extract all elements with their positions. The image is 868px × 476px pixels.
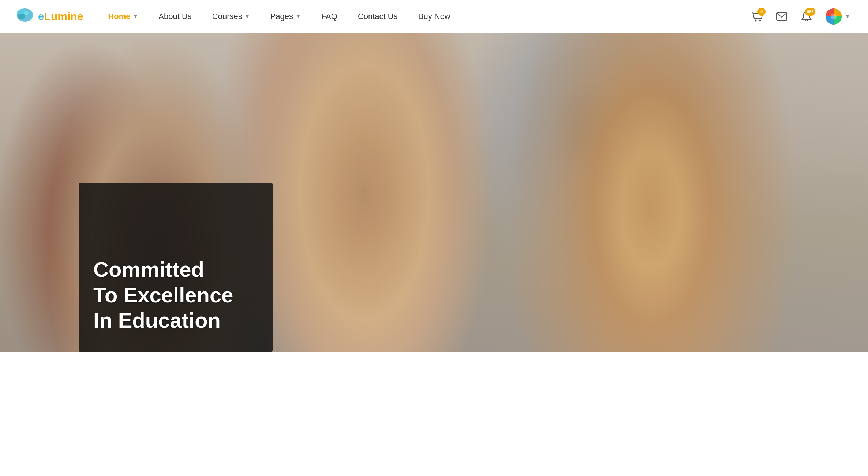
logo[interactable]: eLumine [15, 6, 83, 27]
main-nav: Home ▼ About Us Courses ▼ Pages ▼ FAQ Co… [98, 0, 748, 33]
chevron-down-icon: ▼ [296, 14, 301, 19]
nav-item-buy[interactable]: Buy Now [408, 0, 461, 33]
hero-section: Committed To Excellence In Education [0, 33, 868, 352]
profile-chevron-icon: ▼ [845, 13, 850, 20]
profile-icon [826, 8, 842, 25]
mail-button[interactable] [773, 8, 790, 25]
logo-icon [15, 6, 35, 27]
nav-item-pages[interactable]: Pages ▼ [260, 0, 311, 33]
chevron-down-icon: ▼ [133, 14, 138, 19]
svg-point-4 [755, 19, 757, 21]
nav-item-contact[interactable]: Contact Us [348, 0, 408, 33]
svg-point-5 [759, 19, 761, 21]
cart-badge: 4 [757, 8, 766, 16]
nav-item-faq[interactable]: FAQ [311, 0, 348, 33]
nav-icons: 4 886 [748, 8, 853, 25]
avatar [826, 8, 842, 25]
nav-item-courses[interactable]: Courses ▼ [202, 0, 260, 33]
chevron-down-icon: ▼ [245, 14, 250, 19]
mail-icon [776, 11, 787, 22]
site-header: eLumine Home ▼ About Us Courses ▼ Pages … [0, 0, 868, 33]
hero-headline: Committed To Excellence In Education [93, 257, 233, 333]
notification-badge: 886 [805, 8, 815, 16]
notification-button[interactable]: 886 [798, 8, 815, 25]
logo-text: eLumine [38, 10, 83, 23]
cart-button[interactable]: 4 [748, 8, 766, 25]
svg-point-3 [24, 11, 29, 15]
svg-point-2 [18, 14, 25, 19]
profile-button[interactable]: ▼ [823, 8, 853, 25]
nav-item-home[interactable]: Home ▼ [98, 0, 148, 33]
svg-point-7 [831, 14, 837, 19]
nav-item-about[interactable]: About Us [148, 0, 202, 33]
